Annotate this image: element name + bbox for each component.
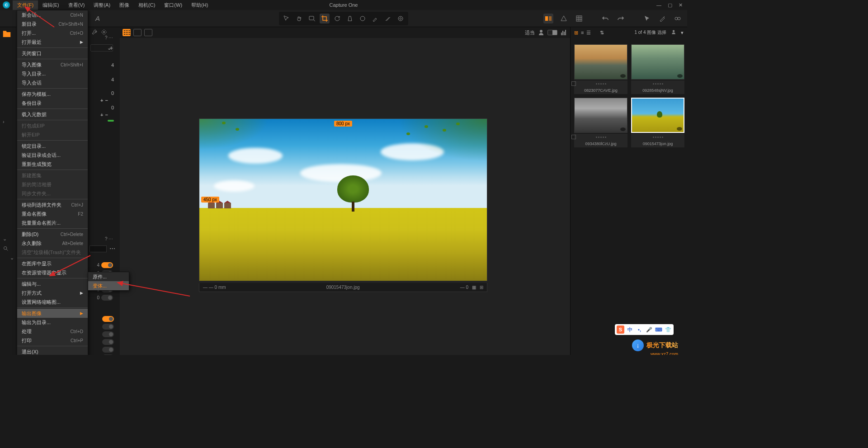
menu-item[interactable]: 打开最近▶ xyxy=(17,38,88,47)
grid-view-icon[interactable] xyxy=(123,29,131,36)
menu-item[interactable]: 导入目录... xyxy=(17,69,88,78)
menu-item[interactable]: 打印Ctrl+P xyxy=(17,336,88,345)
toggle-pill[interactable] xyxy=(102,316,114,322)
chevron-down-icon[interactable]: ⌄ xyxy=(10,255,14,261)
list-icon[interactable]: ☰ xyxy=(586,30,591,36)
menu-item[interactable]: 编辑与... xyxy=(17,279,88,288)
thumb-checkbox[interactable] xyxy=(571,81,576,86)
menu-file[interactable]: 文件(F) xyxy=(13,0,38,10)
ime-punct-icon[interactable]: •, xyxy=(636,325,643,334)
link-icon[interactable] xyxy=(673,14,683,24)
menu-item[interactable]: 处理Ctrl+D xyxy=(17,327,88,336)
chevron-down-icon[interactable]: ⌄ xyxy=(3,236,7,242)
ime-keyboard-icon[interactable]: ⌨ xyxy=(655,325,662,334)
filter-icon[interactable]: ▾ xyxy=(681,30,684,36)
menu-item[interactable]: 导入图像Ctrl+Shift+I xyxy=(17,60,88,69)
text-tool-icon[interactable]: A xyxy=(93,14,103,24)
menu-item[interactable]: 锁定目录... xyxy=(17,141,88,151)
auto-icon[interactable] xyxy=(657,14,667,24)
menu-item[interactable]: 打开方式▶ xyxy=(17,288,88,297)
grid-view-icon[interactable]: ⊞ xyxy=(574,30,578,36)
keystone-tool-icon[interactable] xyxy=(345,14,355,24)
menu-adjust[interactable]: 调整(A) xyxy=(89,0,115,10)
search-field[interactable] xyxy=(90,245,107,252)
ime-lang-icon[interactable]: 中 xyxy=(626,325,634,334)
rating-dots[interactable] xyxy=(631,134,684,140)
menu-item[interactable]: 重命名图像F2 xyxy=(17,209,88,218)
help-icon[interactable]: ? ⋯ xyxy=(105,236,113,241)
close-button[interactable]: ✕ xyxy=(679,2,683,8)
menu-view[interactable]: 查看(V) xyxy=(64,0,90,10)
filmstrip-icon[interactable]: ≡ xyxy=(581,30,584,36)
submenu-item[interactable]: 原件... xyxy=(88,272,129,281)
toggle-pill[interactable] xyxy=(101,262,113,268)
rotate-tool-icon[interactable] xyxy=(332,14,342,24)
ime-mic-icon[interactable]: 🎤 xyxy=(645,325,653,334)
menu-item[interactable]: 设置网络缩略图... xyxy=(17,297,88,307)
cursor-icon[interactable] xyxy=(642,14,652,24)
add-icon[interactable]: + xyxy=(109,44,113,52)
toggle-pill[interactable] xyxy=(102,339,114,345)
thumb-checkbox[interactable] xyxy=(571,135,576,139)
single-view-icon[interactable] xyxy=(133,29,142,36)
rating-dots[interactable] xyxy=(631,80,684,87)
add-remove-icons[interactable]: + − xyxy=(100,98,108,103)
help-icon[interactable]: ? ⋯ xyxy=(105,35,113,40)
brush-tool-icon[interactable] xyxy=(370,14,380,24)
rating-dots[interactable] xyxy=(574,80,627,87)
redo-icon[interactable] xyxy=(616,14,626,24)
search-icon[interactable] xyxy=(3,245,9,252)
menu-item[interactable]: 验证目录或会话... xyxy=(17,151,88,160)
menu-item[interactable]: 永久删除Alt+Delete xyxy=(17,239,88,248)
menu-item[interactable]: 导入会话 xyxy=(17,78,88,87)
histogram-mini-icon[interactable]: ▦ xyxy=(472,285,476,290)
toggle-pill[interactable] xyxy=(102,354,114,355)
grid-icon[interactable] xyxy=(574,14,584,24)
select-tool-icon[interactable] xyxy=(282,14,292,24)
menu-item[interactable]: 备份目录 xyxy=(17,99,88,108)
warning-icon[interactable] xyxy=(559,14,569,24)
menu-edit[interactable]: 编辑(E) xyxy=(38,0,64,10)
menu-item[interactable]: 退出(X) xyxy=(17,347,88,355)
compare-icon[interactable] xyxy=(543,14,553,24)
submenu-item[interactable]: 变体... xyxy=(88,281,129,290)
menu-image[interactable]: 图像 xyxy=(115,0,134,10)
hand-tool-icon[interactable] xyxy=(294,14,304,24)
crop-tool-icon[interactable] xyxy=(320,14,330,24)
thumbnail[interactable]: 0928548sjNV.jpg xyxy=(631,44,684,94)
grid-mini-icon[interactable]: ⊞ xyxy=(480,285,483,290)
sort-icon[interactable]: ⇅ xyxy=(600,30,604,36)
spot-tool-icon[interactable] xyxy=(358,14,368,24)
menu-item[interactable]: 保存为模板... xyxy=(17,90,88,99)
add-remove-icons[interactable]: + − xyxy=(100,112,108,118)
menu-item[interactable]: 在资源管理器中显示 xyxy=(17,268,88,277)
person-icon[interactable] xyxy=(538,28,545,38)
menu-item[interactable]: 关闭窗口 xyxy=(17,49,88,58)
toggle-pill[interactable] xyxy=(101,295,113,301)
ime-toolbar[interactable]: S 中 •, 🎤 ⌨ 👕 xyxy=(615,324,674,335)
maximize-button[interactable]: ▢ xyxy=(668,2,672,8)
menu-item[interactable]: 删除(D)Ctrl+Delete xyxy=(17,230,88,239)
more-icon[interactable]: ⋯ xyxy=(109,245,115,252)
radial-tool-icon[interactable] xyxy=(396,14,406,24)
thumbnail[interactable]: 0823077CAVE.jpg xyxy=(574,44,627,94)
person-icon[interactable] xyxy=(671,29,676,36)
wrench-icon[interactable] xyxy=(90,28,99,36)
minimize-button[interactable]: — xyxy=(656,2,661,8)
thumbnail[interactable]: 09015473jon.jpg xyxy=(631,98,684,147)
thumbnail[interactable]: 0934380lCzU.jpg xyxy=(574,98,627,147)
chevron-right-icon[interactable]: › xyxy=(3,119,5,124)
toggle-pill[interactable] xyxy=(102,324,114,330)
zoom-tool-icon[interactable] xyxy=(307,14,317,24)
menu-item[interactable]: 批量重命名图片... xyxy=(17,218,88,227)
menu-camera[interactable]: 相机(C) xyxy=(134,0,160,10)
menu-item[interactable]: 重新生成预览 xyxy=(17,160,88,169)
rating-dots[interactable] xyxy=(574,134,627,140)
menu-window[interactable]: 窗口(W) xyxy=(160,0,187,10)
toggle-pill[interactable] xyxy=(102,331,114,337)
menu-item[interactable]: 新会话...Ctrl+N xyxy=(17,10,88,19)
menu-item[interactable]: 在图库中显示 xyxy=(17,259,88,268)
menu-item[interactable]: 输出为目录... xyxy=(17,318,88,327)
undo-icon[interactable] xyxy=(600,14,610,24)
menu-item[interactable]: 载入元数据 xyxy=(17,110,88,119)
